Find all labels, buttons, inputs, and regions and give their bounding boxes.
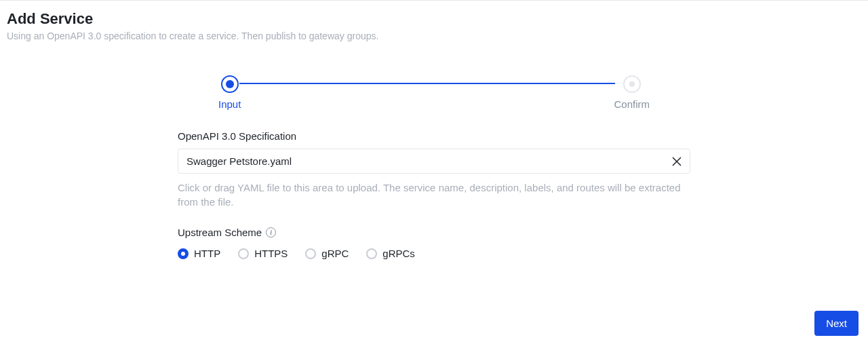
radio-label: HTTPS — [254, 248, 288, 259]
radio-grpc[interactable]: gRPC — [305, 248, 349, 259]
upstream-scheme-radio-group: HTTP HTTPS gRPC gRPCs — [178, 248, 690, 259]
radio-selected-icon — [178, 248, 189, 259]
radio-unselected-icon — [305, 248, 316, 259]
upstream-scheme-label: Upstream Scheme i — [178, 227, 690, 238]
step-input[interactable]: Input — [218, 75, 241, 110]
radio-label: HTTP — [194, 248, 220, 259]
step-label: Confirm — [614, 98, 650, 110]
radio-https[interactable]: HTTPS — [238, 248, 288, 259]
radio-unselected-icon — [238, 248, 249, 259]
step-confirm[interactable]: Confirm — [614, 75, 650, 110]
page-subtitle: Using an OpenAPI 3.0 specification to cr… — [7, 31, 861, 41]
radio-label: gRPC — [321, 248, 349, 259]
step-connector — [239, 83, 615, 84]
next-button[interactable]: Next — [814, 311, 859, 336]
file-upload-input[interactable]: Swagger Petstore.yaml — [178, 149, 690, 174]
stepper: Input Confirm — [178, 75, 690, 110]
file-name: Swagger Petstore.yaml — [186, 155, 292, 167]
file-help-text: Click or drag YAML file to this area to … — [178, 180, 690, 209]
radio-http[interactable]: HTTP — [178, 248, 220, 259]
close-icon — [672, 157, 682, 166]
step-circle-inactive-icon — [623, 75, 641, 93]
spec-label: OpenAPI 3.0 Specification — [178, 130, 690, 142]
step-label: Input — [218, 98, 241, 110]
page-title: Add Service — [7, 10, 861, 28]
clear-file-button[interactable] — [672, 157, 682, 166]
info-icon[interactable]: i — [266, 227, 276, 237]
radio-unselected-icon — [366, 248, 377, 259]
radio-label: gRPCs — [382, 248, 415, 259]
radio-grpcs[interactable]: gRPCs — [366, 248, 415, 259]
step-circle-active-icon — [221, 75, 239, 93]
